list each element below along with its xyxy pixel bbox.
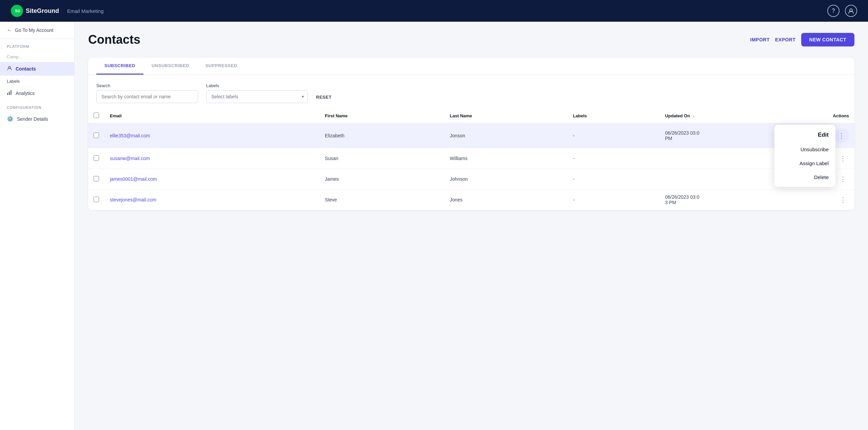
context-menu-unsubscribe[interactable]: Unsubscribe [774,142,835,156]
analytics-label: Analytics [16,91,35,96]
config-section-label: CONFIGURATION [0,100,74,112]
user-button[interactable] [845,5,857,17]
actions-cell: ⋮ Edit Unsubscribe Assign Label Delete [827,123,854,148]
tab-suppressed[interactable]: SUPPRESSED [197,58,245,75]
logo-icon: SG [11,5,23,17]
email-link[interactable]: susanw@mail.com [110,156,150,161]
row-actions-button[interactable]: ⋮ [837,194,849,205]
table-row: ellie353@mail.com Elizabeth Jonson - 06/… [88,123,854,148]
sidebar-item-campaigns[interactable]: Camp... [0,51,74,62]
search-group: Search [96,83,198,103]
context-menu-delete[interactable]: Delete [774,170,835,184]
contacts-icon [7,65,12,72]
svg-rect-4 [7,93,8,95]
email-cell: susanw@mail.com [104,148,319,169]
sidebar-item-analytics[interactable]: Analytics [0,86,74,100]
sidebar-item-contacts[interactable]: Contacts [0,62,74,76]
email-link[interactable]: james0001@mail.com [110,176,157,182]
sort-down-icon: ↓ [693,114,695,118]
email-link[interactable]: stevejones@mail.com [110,197,156,202]
topnav-right: ? [827,5,857,17]
sidebar-item-labels[interactable]: Labels [0,76,74,86]
context-menu: Edit Unsubscribe Assign Label Delete [774,125,835,187]
row-checkbox[interactable] [94,176,99,181]
row-checkbox-cell [88,169,104,190]
select-all-header [88,109,104,123]
svg-text:SG: SG [15,9,20,13]
row-actions-button[interactable]: ⋮ [837,174,849,184]
topnav-left: SG SiteGround Email Marketing [11,5,104,17]
sidebar: ← Go To My Account PLATFORM Camp... Cont… [0,22,75,430]
app-title: Email Marketing [67,8,104,14]
first-name-cell: James [319,169,444,190]
row-checkbox-cell [88,123,104,148]
contacts-table: Email First Name Last Name Labels Update… [88,109,854,210]
row-actions-button[interactable]: ⋮ [837,153,849,164]
campaigns-label: Camp... [7,54,22,59]
table-row: susanw@mail.com Susan Williams - ⋮ [88,148,854,169]
back-to-account[interactable]: ← Go To My Account [0,22,74,39]
analytics-icon [7,90,12,97]
first-name-cell: Susan [319,148,444,169]
reset-button[interactable]: RESET [316,91,332,103]
row-checkbox-cell [88,190,104,210]
contacts-label: Contacts [16,66,36,72]
last-name-col-header: Last Name [445,109,568,123]
labels-cell: - [568,190,660,210]
sender-details-label: Sender Details [17,116,48,122]
new-contact-button[interactable]: NEW CONTACT [801,33,854,46]
email-col-header: Email [104,109,319,123]
search-input[interactable] [96,90,198,103]
page-actions: IMPORT EXPORT NEW CONTACT [750,33,854,46]
sidebar-item-sender-details[interactable]: ⚙️ Sender Details [0,112,74,125]
tabs: SUBSCRIBED UNSUBSCRIBED SUPPRESSED [88,58,854,75]
row-checkbox[interactable] [94,133,99,138]
last-name-cell: Williams [445,148,568,169]
last-name-cell: Johnson [445,169,568,190]
contacts-card: SUBSCRIBED UNSUBSCRIBED SUPPRESSED Searc… [88,58,854,210]
select-all-checkbox[interactable] [94,113,99,118]
page-title: Contacts [88,33,140,47]
dots-button-circle[interactable]: ⋮ [834,128,849,143]
labels-cell: - [568,169,660,190]
first-name-col-header: First Name [319,109,444,123]
filters: Search Labels Select labels ▾ RESET [88,75,854,109]
labels-cell: - [568,123,660,148]
labels-group: Labels Select labels ▾ [206,83,308,103]
help-button[interactable]: ? [827,5,840,17]
logo: SG SiteGround [11,5,59,17]
first-name-cell: Steve [319,190,444,210]
table-container: Email First Name Last Name Labels Update… [88,109,854,210]
row-actions-button[interactable]: ⋮ [835,130,848,141]
svg-rect-5 [9,92,10,95]
row-checkbox[interactable] [94,155,99,161]
labels-label: Labels [206,83,308,88]
labels-sidebar-label: Labels [7,79,20,84]
labels-select-wrapper: Select labels ▾ [206,90,308,103]
context-menu-assign-label[interactable]: Assign Label [774,156,835,170]
context-menu-wrapper: ⋮ Edit Unsubscribe Assign Label Delete [834,128,849,143]
email-cell: ellie353@mail.com [104,123,319,148]
platform-section-label: PLATFORM [0,39,74,51]
updated-on-col-header[interactable]: Updated On ↓ [659,109,827,123]
export-button[interactable]: EXPORT [775,37,796,42]
main-content: Contacts IMPORT EXPORT NEW CONTACT SUBSC… [75,22,868,430]
actions-cell: ⋮ [827,190,854,210]
page-header: Contacts IMPORT EXPORT NEW CONTACT [88,33,854,47]
email-link[interactable]: ellie353@mail.com [110,133,150,138]
row-checkbox[interactable] [94,197,99,202]
tab-unsubscribed[interactable]: UNSUBSCRIBED [143,58,197,75]
context-menu-edit[interactable]: Edit [774,128,835,142]
table-row: stevejones@mail.com Steve Jones - 06/26/… [88,190,854,210]
labels-select[interactable]: Select labels [206,90,308,103]
labels-col-header: Labels [568,109,660,123]
tab-subscribed[interactable]: SUBSCRIBED [96,58,143,75]
back-arrow-icon: ← [7,27,12,33]
row-checkbox-cell [88,148,104,169]
import-button[interactable]: IMPORT [750,37,770,42]
updated-on-cell: 06/26/2023 03:03 PM [659,190,827,210]
first-name-cell: Elizabeth [319,123,444,148]
actions-col-header: Actions [827,109,854,123]
topnav: SG SiteGround Email Marketing ? [0,0,868,22]
logo-text: SiteGround [26,7,59,15]
